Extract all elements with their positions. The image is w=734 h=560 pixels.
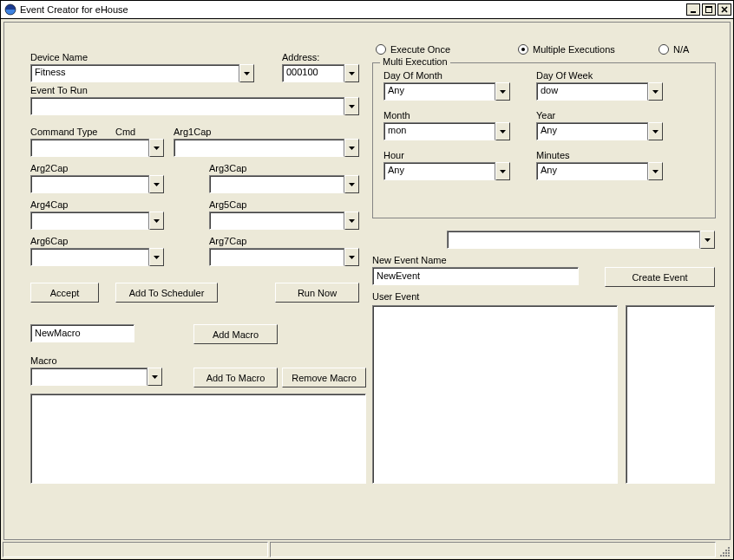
svg-rect-8 <box>723 552 724 554</box>
chevron-down-icon[interactable] <box>344 175 359 193</box>
maximize-button[interactable] <box>702 3 716 16</box>
resize-grip-icon[interactable] <box>716 542 731 557</box>
address-value[interactable]: 000100 <box>282 64 344 82</box>
arg4-value[interactable] <box>30 212 149 230</box>
add-to-macro-button[interactable]: Add To Macro <box>193 368 278 387</box>
arg3-label: Arg3Cap <box>209 163 246 173</box>
chevron-down-icon[interactable] <box>648 122 663 140</box>
command-type-label: Command Type <box>30 127 97 137</box>
command-type-combo[interactable] <box>30 139 164 157</box>
chevron-down-icon[interactable] <box>648 82 663 101</box>
close-button[interactable] <box>718 3 731 16</box>
svg-rect-7 <box>728 550 730 551</box>
arg3-combo[interactable] <box>209 175 359 193</box>
macro-value[interactable] <box>30 368 147 386</box>
address-combo[interactable]: 000100 <box>282 64 359 82</box>
arg4-combo[interactable] <box>30 212 164 230</box>
macro-combo[interactable] <box>30 368 162 386</box>
chevron-down-icon[interactable] <box>495 162 510 180</box>
user-event-aux-listbox[interactable] <box>626 305 715 484</box>
new-event-name-input[interactable]: NewEvent <box>372 267 579 285</box>
cmd-label: Cmd <box>115 127 135 137</box>
svg-rect-5 <box>728 547 730 549</box>
client-area: Device Name Fitness Address: 000100 Even… <box>3 22 731 540</box>
hour-label: Hour <box>383 150 404 160</box>
add-macro-button[interactable]: Add Macro <box>193 324 278 344</box>
minutes-combo[interactable]: Any <box>536 162 663 180</box>
arg6-label: Arg6Cap <box>30 236 68 246</box>
event-to-run-value[interactable] <box>30 97 344 115</box>
device-name-label: Device Name <box>30 52 88 62</box>
year-value[interactable]: Any <box>536 122 648 140</box>
device-name-value[interactable]: Fitness <box>30 64 239 82</box>
chevron-down-icon[interactable] <box>149 175 164 193</box>
chevron-down-icon[interactable] <box>149 248 164 266</box>
day-of-week-value[interactable]: dow <box>536 82 648 101</box>
chevron-down-icon[interactable] <box>239 64 254 82</box>
new-event-name-label: New Event Name <box>372 255 447 265</box>
window-title: Event Creator for eHouse <box>20 4 685 15</box>
svg-rect-13 <box>725 555 727 557</box>
multiple-executions-radio[interactable]: Multiple Executions <box>518 43 615 55</box>
add-to-scheduler-button[interactable]: Add To Scheduler <box>115 283 218 303</box>
na-radio[interactable]: N/A <box>659 43 689 55</box>
remove-macro-button[interactable]: Remove Macro <box>282 368 366 387</box>
create-event-button[interactable]: Create Event <box>605 267 715 287</box>
arg6-value[interactable] <box>30 248 149 266</box>
new-macro-input[interactable]: NewMacro <box>30 324 134 342</box>
chevron-down-icon[interactable] <box>149 139 164 157</box>
day-of-week-combo[interactable]: dow <box>536 82 663 101</box>
svg-rect-10 <box>728 552 730 554</box>
chevron-down-icon[interactable] <box>495 122 510 140</box>
accept-button[interactable]: Accept <box>30 283 99 303</box>
event-to-run-combo[interactable] <box>30 97 359 115</box>
day-of-month-value[interactable]: Any <box>383 82 495 101</box>
chevron-down-icon[interactable] <box>648 162 663 180</box>
arg2-value[interactable] <box>30 175 149 193</box>
execute-once-radio[interactable]: Execute Once <box>376 43 450 55</box>
arg5-combo[interactable] <box>209 212 359 230</box>
chevron-down-icon[interactable] <box>495 82 510 101</box>
month-combo[interactable]: mon <box>383 122 510 140</box>
chevron-down-icon[interactable] <box>149 212 164 230</box>
arg1-value[interactable] <box>174 139 344 157</box>
chevron-down-icon[interactable] <box>344 97 359 115</box>
arg7-combo[interactable] <box>209 248 359 266</box>
year-label: Year <box>536 110 555 120</box>
macro-label: Macro <box>30 355 57 366</box>
arg3-value[interactable] <box>209 175 344 193</box>
chevron-down-icon[interactable] <box>344 248 359 266</box>
svg-rect-11 <box>720 555 722 557</box>
run-now-button[interactable]: Run Now <box>275 283 359 303</box>
app-window: Event Creator for eHouse Device Name Fit… <box>0 0 734 560</box>
chevron-down-icon[interactable] <box>147 368 162 386</box>
hour-combo[interactable]: Any <box>383 162 510 180</box>
execute-once-radio-label: Execute Once <box>390 44 450 55</box>
arg2-combo[interactable] <box>30 175 164 193</box>
arg6-combo[interactable] <box>30 248 164 266</box>
arg2-label: Arg2Cap <box>30 163 68 173</box>
day-of-month-combo[interactable]: Any <box>383 82 510 101</box>
month-value[interactable]: mon <box>383 122 495 140</box>
extra-combo-value[interactable] <box>447 231 700 249</box>
chevron-down-icon[interactable] <box>700 231 715 249</box>
arg7-value[interactable] <box>209 248 344 266</box>
extra-combo[interactable] <box>447 231 715 249</box>
chevron-down-icon[interactable] <box>344 64 359 82</box>
command-type-value[interactable] <box>30 139 149 157</box>
arg5-value[interactable] <box>209 212 344 230</box>
minimize-button[interactable] <box>686 3 700 16</box>
chevron-down-icon[interactable] <box>344 212 359 230</box>
radio-icon <box>659 44 669 55</box>
multi-execution-group: Multi Execution Day Of Month Any Day Of … <box>372 62 716 218</box>
event-to-run-label: Event To Run <box>30 85 88 95</box>
chevron-down-icon[interactable] <box>344 139 359 157</box>
device-name-combo[interactable]: Fitness <box>30 64 254 82</box>
macro-listbox[interactable] <box>30 394 366 484</box>
user-event-listbox[interactable] <box>372 305 618 484</box>
day-of-week-label: Day Of Week <box>536 70 593 81</box>
hour-value[interactable]: Any <box>383 162 495 180</box>
arg1-combo[interactable] <box>174 139 359 157</box>
year-combo[interactable]: Any <box>536 122 663 140</box>
minutes-value[interactable]: Any <box>536 162 648 180</box>
